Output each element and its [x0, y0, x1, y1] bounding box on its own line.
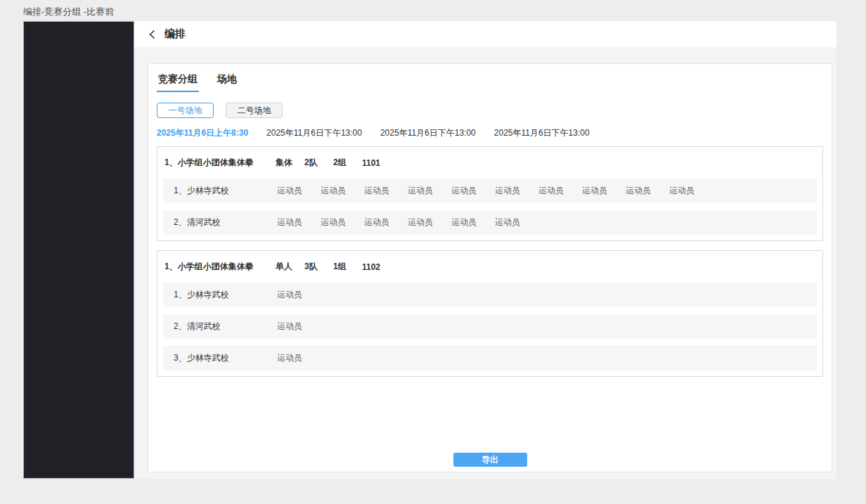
group-card-header: 1、小学组小团体集体拳 集体 2队 2组 1101 — [157, 147, 822, 179]
athlete-label: 运动员 — [277, 352, 321, 364]
school-name: 3、少林寺武校 — [174, 352, 277, 364]
page-title: 编排 — [164, 27, 186, 41]
page-header: 编排 — [134, 21, 836, 47]
group-number: 2组 — [333, 157, 362, 169]
school-name: 2、清河武校 — [174, 217, 277, 228]
export-button[interactable]: 导出 — [453, 453, 527, 467]
athlete-list: 运动员 — [277, 352, 321, 364]
group-type: 单人 — [276, 261, 304, 273]
tab-label: 场地 — [217, 73, 237, 84]
chevron-left-icon — [148, 30, 157, 39]
athlete-label: 运动员 — [495, 185, 538, 197]
group-team-count: 3队 — [304, 261, 333, 273]
session-time-label: 2025年11月6日下午13:00 — [494, 128, 590, 138]
group-number: 1组 — [333, 261, 362, 273]
group-card-header: 1、小学组小团体集体拳 单人 3队 1组 1102 — [157, 251, 822, 283]
team-row: 2、清河武校 运动员运动员运动员运动员运动员运动员 — [163, 210, 817, 235]
athlete-label: 运动员 — [277, 185, 321, 197]
athlete-label: 运动员 — [495, 217, 538, 228]
team-row: 1、少林寺武校 运动员 — [163, 283, 817, 307]
session-time-label: 2025年11月6日下午13:00 — [266, 128, 362, 138]
tab-bar: 竞赛分组 场地 — [157, 71, 823, 92]
school-name: 2、清河武校 — [174, 321, 277, 332]
venue-2-button[interactable]: 二号场地 — [226, 103, 283, 118]
group-rows: 1、少林寺武校 运动员 2、清河武校 运动员 3、少林寺武校 运动员 — [157, 283, 822, 376]
tab-label: 竞赛分组 — [158, 73, 198, 84]
group-title: 1、小学组小团体集体拳 — [164, 157, 276, 169]
main-region: 编排 竞赛分组 场地 一号场地 二号场地 2025年11月6日上午8:30 20… — [134, 21, 836, 479]
school-name: 1、少林寺武校 — [174, 185, 277, 197]
athlete-label: 运动员 — [408, 185, 451, 197]
athlete-label: 运动员 — [277, 321, 321, 332]
window-title: 编排-竞赛分组 -比赛前 — [23, 6, 114, 18]
group-type: 集体 — [276, 157, 304, 169]
athlete-label: 运动员 — [408, 217, 451, 228]
athlete-label: 运动员 — [669, 185, 713, 197]
group-code: 1102 — [362, 262, 391, 272]
group-card: 1、小学组小团体集体拳 集体 2队 2组 1101 1、少林寺武校 运动员运动员… — [157, 146, 823, 241]
session-time-label: 2025年11月6日上午8:30 — [157, 128, 248, 138]
athlete-label: 运动员 — [364, 217, 408, 228]
athlete-label: 运动员 — [451, 185, 495, 197]
school-name: 1、少林寺武校 — [174, 289, 277, 301]
session-3-link[interactable]: 2025年11月6日下午13:00 — [380, 127, 476, 139]
group-code: 1101 — [362, 158, 391, 168]
athlete-label: 运动员 — [277, 217, 321, 228]
team-row: 1、少林寺武校 运动员运动员运动员运动员运动员运动员运动员运动员运动员运动员 — [163, 179, 817, 203]
venue-button-label: 二号场地 — [238, 105, 271, 115]
athlete-list: 运动员 — [277, 289, 321, 301]
session-4-link[interactable]: 2025年11月6日下午13:00 — [494, 127, 590, 139]
session-1-link[interactable]: 2025年11月6日上午8:30 — [157, 127, 248, 139]
sidebar — [23, 21, 134, 479]
team-row: 3、少林寺武校 运动员 — [163, 346, 817, 370]
athlete-label: 运动员 — [321, 185, 364, 197]
session-2-link[interactable]: 2025年11月6日下午13:00 — [266, 127, 362, 139]
venue-button-group: 一号场地 二号场地 — [157, 103, 823, 118]
athlete-list: 运动员运动员运动员运动员运动员运动员运动员运动员运动员运动员 — [277, 185, 713, 197]
athlete-label: 运动员 — [582, 185, 626, 197]
athlete-label: 运动员 — [364, 185, 408, 197]
group-list: 1、小学组小团体集体拳 集体 2队 2组 1101 1、少林寺武校 运动员运动员… — [157, 146, 823, 377]
session-list: 2025年11月6日上午8:30 2025年11月6日下午13:00 2025年… — [157, 127, 823, 139]
content-panel: 竞赛分组 场地 一号场地 二号场地 2025年11月6日上午8:30 2025年… — [148, 63, 832, 472]
athlete-list: 运动员运动员运动员运动员运动员运动员 — [277, 217, 538, 228]
back-button[interactable] — [146, 27, 160, 41]
tab-competition-groups[interactable]: 竞赛分组 — [157, 71, 199, 92]
venue-button-label: 一号场地 — [169, 105, 202, 115]
athlete-label: 运动员 — [451, 217, 495, 228]
session-time-label: 2025年11月6日下午13:00 — [380, 128, 476, 138]
athlete-label: 运动员 — [321, 217, 364, 228]
group-team-count: 2队 — [304, 157, 333, 169]
venue-1-button[interactable]: 一号场地 — [157, 103, 214, 118]
group-card: 1、小学组小团体集体拳 单人 3队 1组 1102 1、少林寺武校 运动员 2、… — [157, 250, 823, 377]
athlete-label: 运动员 — [277, 289, 321, 301]
athlete-list: 运动员 — [277, 321, 321, 332]
athlete-label: 运动员 — [538, 185, 582, 197]
athlete-label: 运动员 — [626, 185, 669, 197]
app-frame: 编排 竞赛分组 场地 一号场地 二号场地 2025年11月6日上午8:30 20… — [23, 21, 836, 479]
group-rows: 1、少林寺武校 运动员运动员运动员运动员运动员运动员运动员运动员运动员运动员 2… — [157, 179, 822, 240]
tab-venue[interactable]: 场地 — [216, 71, 238, 92]
group-title: 1、小学组小团体集体拳 — [164, 261, 276, 273]
team-row: 2、清河武校 运动员 — [163, 314, 817, 339]
